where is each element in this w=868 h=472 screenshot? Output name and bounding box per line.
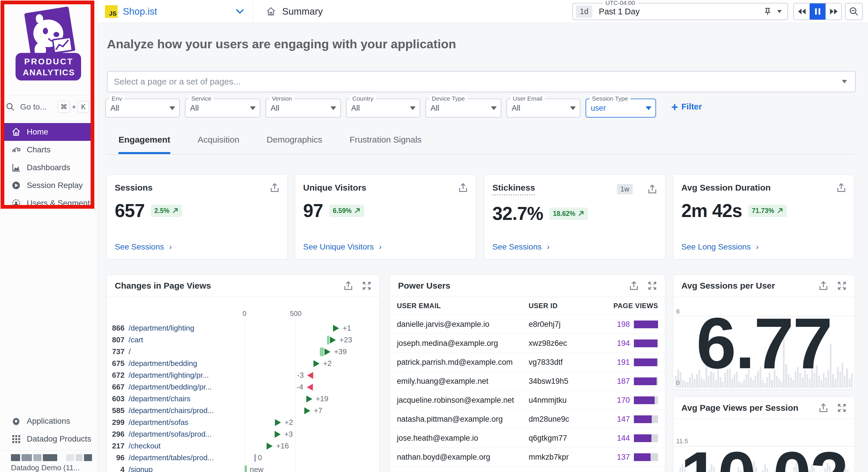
sidebar-item-charts[interactable]: Charts bbox=[4, 141, 94, 159]
kpi-link[interactable]: See Unique Visitors › bbox=[303, 242, 382, 251]
rewind-button[interactable] bbox=[794, 3, 810, 20]
add-filter-button[interactable]: + Filter bbox=[671, 102, 702, 111]
kpi-link[interactable]: See Long Sessions › bbox=[681, 242, 759, 251]
avg-page-views-per-session-card: Avg Page Views per Session 11.5 10.02 bbox=[673, 397, 855, 472]
user-id: xwz98z6ec bbox=[529, 339, 617, 348]
page-select-input[interactable]: Select a page or a set of pages... bbox=[107, 71, 856, 92]
kpi-link[interactable]: See Sessions › bbox=[115, 242, 172, 251]
goto-search[interactable]: Go to... ⌘ + K bbox=[6, 99, 89, 114]
filter-session-type[interactable]: Session Typeuser bbox=[586, 99, 656, 117]
rewind-icon bbox=[798, 8, 806, 15]
tab-acquisition[interactable]: Acquisition bbox=[197, 135, 239, 154]
gear-icon bbox=[11, 416, 21, 426]
delta-label: -4 bbox=[297, 382, 303, 392]
page-path-link[interactable]: /signup bbox=[129, 465, 153, 472]
time-range-picker[interactable]: UTC-04:00 1d Past 1 Day bbox=[572, 3, 788, 20]
filter-country[interactable]: CountryAll bbox=[346, 99, 420, 117]
filter-user-email[interactable]: User EmailAll bbox=[506, 99, 580, 117]
user-email: jacqueline.robinson@example.net bbox=[397, 396, 529, 405]
power-user-row: joseph.medina@example.orgxwz98z6ec194 bbox=[390, 334, 665, 353]
page-path-link[interactable]: /department/chairs/prod... bbox=[129, 406, 214, 415]
export-button[interactable] bbox=[270, 183, 279, 193]
delta-label: +2 bbox=[323, 359, 332, 368]
kpi-value: 32.7% bbox=[492, 203, 543, 224]
page-path-link[interactable]: /cart bbox=[129, 335, 143, 344]
users-segments-icon bbox=[11, 198, 21, 208]
kpi-delta: 6.59% bbox=[333, 207, 351, 215]
page-views-bar bbox=[634, 434, 658, 442]
page-path-link[interactable]: /department/bedding/pr... bbox=[129, 382, 212, 392]
sidebar-item-users-segments[interactable]: Users & Segments bbox=[4, 194, 94, 212]
page-views-bar bbox=[634, 377, 658, 385]
page-path-link[interactable]: /department/lighting/pr... bbox=[129, 371, 209, 380]
delta-marker: +7 bbox=[304, 406, 326, 415]
home-icon bbox=[266, 7, 276, 16]
page-path-link[interactable]: /department/sofas/prod... bbox=[129, 430, 212, 439]
page-path-link[interactable]: /department/tables/prod... bbox=[129, 453, 214, 462]
tab-demographics[interactable]: Demographics bbox=[267, 135, 322, 154]
forward-button[interactable] bbox=[826, 3, 841, 20]
sidebar-item-applications[interactable]: Applications bbox=[4, 412, 94, 430]
redacted-account-name bbox=[11, 453, 93, 462]
page-path-link[interactable]: /department/chairs bbox=[129, 394, 190, 403]
page-view-count: 667 bbox=[107, 382, 125, 392]
kpi-title: Stickiness bbox=[492, 183, 535, 196]
filter-value: All bbox=[512, 104, 570, 113]
page-views-row: 866/department/lighting+1 bbox=[107, 322, 379, 334]
export-button[interactable] bbox=[459, 183, 468, 193]
page-view-count: 675 bbox=[107, 359, 125, 368]
export-button[interactable] bbox=[819, 403, 828, 413]
card-title: Changes in Page Views bbox=[115, 281, 211, 291]
increase-arrow-icon bbox=[304, 407, 310, 414]
filter-device-type[interactable]: Device TypeAll bbox=[425, 99, 501, 117]
fullscreen-button[interactable] bbox=[837, 403, 846, 412]
user-id: e8r0ehj7j bbox=[529, 320, 617, 329]
avg-sessions-chart: 6 0 6.77 bbox=[673, 297, 855, 390]
fullscreen-button[interactable] bbox=[648, 281, 657, 290]
page-path-link[interactable]: /department/lighting bbox=[129, 324, 194, 333]
pause-button[interactable] bbox=[810, 3, 826, 20]
kpi-card-avg-session-duration: Avg Session Duration 2m 42s 71.73% See L… bbox=[673, 174, 854, 259]
pin-icon[interactable] bbox=[764, 7, 771, 16]
kpi-card-stickiness: Stickiness 1w 32.7% 18.62% See Sessions … bbox=[484, 174, 665, 259]
dropdown-caret-icon bbox=[169, 106, 175, 110]
export-button[interactable] bbox=[629, 281, 639, 291]
page-path-link[interactable]: /department/bedding bbox=[129, 359, 197, 368]
user-email: nathan.boyd@example.org bbox=[397, 453, 529, 462]
export-button[interactable] bbox=[648, 184, 657, 194]
sidebar-footer-nav: ApplicationsDatadog Products bbox=[4, 412, 94, 448]
app-name: Shop.ist bbox=[123, 6, 236, 17]
filter-env[interactable]: EnvAll bbox=[105, 99, 180, 117]
sidebar-item-datadog-products[interactable]: Datadog Products bbox=[4, 430, 94, 448]
sidebar-item-dashboards[interactable]: Dashboards bbox=[4, 159, 94, 176]
account-row[interactable]: Datadog Demo (11... bbox=[6, 453, 93, 472]
dropdown-caret-icon bbox=[410, 106, 415, 110]
fullscreen-button[interactable] bbox=[837, 281, 846, 290]
kpi-link-label: See Sessions bbox=[492, 242, 541, 251]
page-path-link[interactable]: / bbox=[129, 347, 131, 356]
page-path-link[interactable]: /department/sofas bbox=[129, 418, 188, 427]
export-button[interactable] bbox=[344, 281, 353, 291]
filter-version[interactable]: VersionAll bbox=[266, 99, 341, 117]
sidebar-item-session-replay[interactable]: Session Replay bbox=[4, 176, 94, 194]
tab-engagement[interactable]: Engagement bbox=[119, 135, 170, 154]
delta-marker: +2 bbox=[275, 418, 297, 427]
page-views-count: 187 bbox=[617, 377, 630, 386]
user-id: vg7833dtf bbox=[529, 358, 617, 367]
changes-chart: 0500866/department/lighting+1807/cart+23… bbox=[107, 297, 379, 472]
app-switcher[interactable]: JS Shop.ist bbox=[105, 0, 253, 23]
zoom-out-button[interactable] bbox=[845, 3, 863, 20]
tab-frustration-signals[interactable]: Frustration Signals bbox=[350, 135, 422, 154]
export-button[interactable] bbox=[819, 281, 828, 291]
kpi-link[interactable]: See Sessions › bbox=[492, 242, 550, 251]
sidebar-item-home[interactable]: Home bbox=[4, 123, 94, 141]
page-path-link[interactable]: /checkout bbox=[129, 441, 160, 450]
export-button[interactable] bbox=[837, 183, 846, 193]
page-views-row: 296/department/sofas/prod...+3 bbox=[107, 428, 379, 440]
dropdown-caret-icon[interactable] bbox=[777, 9, 782, 13]
page-views-count: 191 bbox=[617, 358, 630, 367]
fullscreen-button[interactable] bbox=[362, 281, 371, 290]
divider bbox=[5, 95, 93, 96]
page-view-count: 96 bbox=[107, 453, 125, 462]
filter-service[interactable]: ServiceAll bbox=[185, 99, 260, 117]
